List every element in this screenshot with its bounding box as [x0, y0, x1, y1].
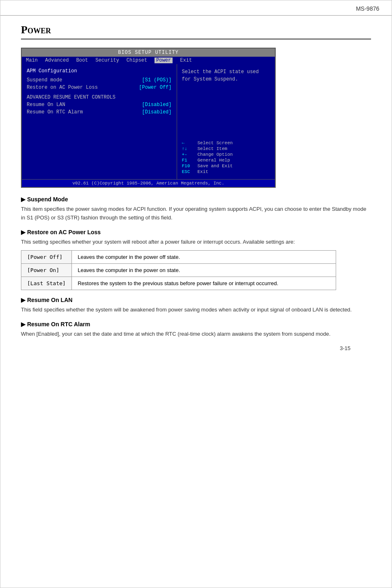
bios-label-acpower: Restore on AC Power Loss — [27, 85, 98, 90]
heading-suspend-mode: Suspend Mode — [21, 196, 371, 203]
bios-value-lan: [Disabled] — [142, 102, 172, 108]
bios-label-suspend: Suspend mode — [27, 77, 62, 83]
bios-key-desc-select-screen: Select Screen — [198, 141, 233, 145]
bios-key-f1: F1 — [182, 158, 194, 163]
bios-menu-security[interactable]: Security — [95, 58, 119, 63]
table-cell-last-state-option: [Last State] — [21, 277, 72, 290]
model-number: MS-9876 — [356, 5, 379, 12]
table-cell-power-off-option: [Power Off] — [21, 251, 72, 264]
bios-key-row-f1: F1 General Help — [182, 158, 270, 163]
bios-footer: v02.61 (C)Copyright 1985-2006, American … — [22, 179, 275, 187]
heading-restore-acpower: Restore on AC Power Loss — [21, 229, 371, 235]
bios-right-panel: Select the ACPI state used for System Su… — [177, 64, 275, 179]
bios-row-acpower: Restore on AC Power Loss [Power Off] — [27, 85, 172, 90]
bios-label-lan: Resume On LAN — [27, 102, 65, 108]
table-cell-last-state-desc: Restores the system to the previous stat… — [71, 277, 336, 290]
bios-row-suspend: Suspend mode [S1 (POS)] — [27, 77, 172, 83]
header-bar: MS-9876 — [0, 0, 392, 16]
bios-row-rtc: Resume On RTC Alarm [Disabled] — [27, 109, 172, 115]
main-content: Power BIOS SETUP UTILITY Main Advanced B… — [0, 16, 392, 372]
bios-key-esc: ESC — [182, 169, 194, 174]
bios-key-row-change-option: +- Change Option — [182, 152, 270, 157]
table-row-last-state: [Last State] Restores the system to the … — [21, 277, 336, 290]
bios-value-suspend: [S1 (POS)] — [142, 77, 172, 83]
bios-value-acpower: [Power Off] — [139, 85, 171, 90]
bios-title-bar: BIOS SETUP UTILITY — [22, 48, 275, 57]
table-row-power-on: [Power On] Leaves the computer in the po… — [21, 264, 336, 277]
section-restore-acpower: Restore on AC Power Loss This setting sp… — [21, 229, 371, 291]
bios-key-desc-exit: Exit — [198, 169, 208, 174]
bios-key-desc-general-help: General Help — [198, 158, 230, 163]
page-title: Power — [21, 24, 371, 39]
bios-key-arrow-left: ← — [182, 141, 194, 145]
bios-key-desc-save-exit: Save and Exit — [198, 164, 233, 168]
bios-menu-advanced[interactable]: Advanced — [45, 58, 69, 63]
bios-key-row-select-screen: ← Select Screen — [182, 141, 270, 145]
settings-table: [Power Off] Leaves the computer in the p… — [21, 250, 336, 290]
bios-value-rtc: [Disabled] — [142, 109, 172, 115]
bios-body: APM Configuration Suspend mode [S1 (POS)… — [22, 64, 275, 179]
heading-resume-rtc: Resume On RTC Alarm — [21, 321, 371, 327]
section-resume-rtc: Resume On RTC Alarm When [Enabled], your… — [21, 321, 371, 339]
page-container: MS-9876 Power BIOS SETUP UTILITY Main Ad… — [0, 0, 392, 588]
table-row-power-off: [Power Off] Leaves the computer in the p… — [21, 251, 336, 264]
bios-section1-title: APM Configuration — [27, 68, 172, 74]
para-resume-lan: This field specifies whether the system … — [21, 306, 371, 314]
table-cell-power-on-desc: Leaves the computer in the power on stat… — [71, 264, 336, 277]
bios-key-desc-change-option: Change Option — [198, 152, 233, 157]
heading-resume-lan: Resume On LAN — [21, 297, 371, 303]
section-suspend-mode: Suspend Mode This item specifies the pow… — [21, 196, 371, 222]
para-restore-acpower: This setting specifies whether your syst… — [21, 238, 371, 247]
bios-key-f10: F10 — [182, 164, 194, 168]
bios-help-text: Select the ACPI state used for System Su… — [182, 68, 270, 83]
bios-menu-exit[interactable]: Exit — [180, 58, 192, 63]
bios-key-desc-select-item: Select Item — [198, 146, 228, 151]
bios-section2-title: ADVANCED RESUME EVENT CONTROLS — [27, 95, 172, 100]
bios-row-lan: Resume On LAN [Disabled] — [27, 102, 172, 108]
bios-menu-boot[interactable]: Boot — [76, 58, 88, 63]
page-number: 3-15 — [21, 345, 371, 360]
bios-menu-power[interactable]: Power — [154, 58, 173, 63]
bios-menu-bar: Main Advanced Boot Security Chipset Powe… — [22, 57, 275, 64]
bios-screenshot: BIOS SETUP UTILITY Main Advanced Boot Se… — [21, 48, 276, 188]
bios-key-legend: ← Select Screen ↑↓ Select Item +- Change… — [182, 141, 270, 175]
table-cell-power-on-option: [Power On] — [21, 264, 72, 277]
para-resume-rtc: When [Enabled], your can set the date an… — [21, 330, 371, 339]
bios-key-plusminus: +- — [182, 152, 194, 157]
bios-label-rtc: Resume On RTC Alarm — [27, 109, 83, 115]
section-resume-lan: Resume On LAN This field specifies wheth… — [21, 297, 371, 314]
bios-key-row-f10: F10 Save and Exit — [182, 164, 270, 168]
bios-menu-main[interactable]: Main — [26, 58, 38, 63]
bios-key-row-select-item: ↑↓ Select Item — [182, 146, 270, 151]
table-cell-power-off-desc: Leaves the computer in the power off sta… — [71, 251, 336, 264]
para-suspend-mode: This item specifies the power saving mod… — [21, 205, 371, 222]
bios-key-row-esc: ESC Exit — [182, 169, 270, 174]
bios-left-panel: APM Configuration Suspend mode [S1 (POS)… — [22, 64, 177, 179]
bios-menu-chipset[interactable]: Chipset — [127, 58, 147, 63]
bios-key-updown: ↑↓ — [182, 146, 194, 151]
